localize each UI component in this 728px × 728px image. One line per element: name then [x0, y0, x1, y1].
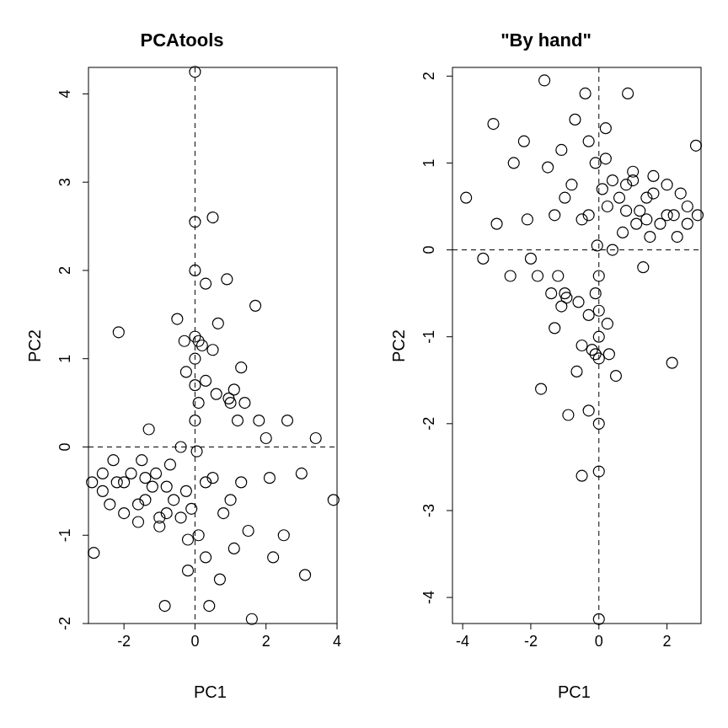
svg-point-80	[211, 388, 222, 399]
svg-point-188	[571, 366, 582, 377]
svg-point-99	[264, 473, 275, 484]
right-panel: "By hand" PC2 PC1 -4-202-4-3-2-1012	[364, 0, 728, 728]
svg-point-96	[250, 300, 261, 311]
svg-point-213	[461, 192, 472, 203]
svg-point-162	[602, 318, 613, 329]
svg-point-133	[690, 140, 701, 151]
svg-point-148	[638, 262, 649, 273]
svg-point-138	[668, 210, 679, 221]
svg-text:-1: -1	[420, 330, 437, 344]
right-title: "By hand"	[364, 29, 728, 51]
svg-point-160	[607, 175, 618, 186]
svg-point-139	[666, 357, 677, 368]
svg-point-94	[243, 526, 254, 537]
svg-text:0: 0	[595, 633, 603, 650]
svg-point-141	[661, 179, 672, 190]
svg-point-134	[682, 201, 693, 212]
svg-rect-0	[88, 67, 337, 624]
svg-point-54	[179, 335, 190, 346]
svg-point-95	[246, 613, 257, 624]
svg-point-202	[539, 75, 550, 86]
svg-point-155	[621, 206, 632, 217]
svg-text:0: 0	[190, 633, 199, 650]
svg-point-29	[104, 499, 115, 510]
svg-point-49	[164, 459, 175, 470]
svg-point-55	[180, 367, 191, 377]
svg-text:-2: -2	[420, 417, 437, 431]
svg-point-86	[225, 398, 236, 409]
svg-point-191	[563, 410, 574, 420]
svg-point-174	[592, 240, 602, 251]
left-title: PCAtools	[0, 29, 364, 51]
svg-point-157	[614, 192, 625, 203]
left-plot: -2024-2-101234	[0, 0, 364, 728]
svg-point-77	[207, 212, 218, 223]
svg-text:0: 0	[56, 442, 73, 451]
svg-point-210	[491, 218, 502, 229]
svg-point-89	[228, 543, 239, 554]
svg-text:-4: -4	[420, 591, 437, 604]
svg-point-59	[186, 503, 197, 514]
svg-point-204	[533, 270, 543, 281]
svg-point-76	[204, 601, 215, 612]
left-panel: PCAtools PC2 PC1 -2024-2-101234	[0, 0, 364, 728]
svg-point-205	[525, 253, 536, 264]
svg-point-196	[556, 144, 567, 155]
svg-point-149	[634, 206, 645, 217]
svg-point-152	[628, 166, 639, 177]
left-ylabel: PC2	[25, 329, 45, 362]
svg-point-137	[672, 232, 682, 243]
svg-point-67	[191, 446, 202, 457]
svg-point-135	[682, 218, 693, 229]
svg-point-166	[597, 184, 608, 195]
svg-point-195	[556, 301, 567, 312]
svg-point-82	[214, 574, 225, 585]
svg-point-177	[590, 158, 601, 169]
svg-point-51	[172, 313, 183, 324]
svg-point-153	[623, 88, 634, 99]
svg-text:2: 2	[262, 633, 270, 650]
svg-text:-1: -1	[56, 528, 73, 542]
svg-point-72	[201, 278, 211, 289]
svg-point-185	[576, 340, 587, 351]
svg-point-35	[126, 468, 136, 479]
svg-text:1: 1	[56, 355, 73, 363]
svg-point-183	[580, 88, 591, 99]
svg-point-144	[648, 170, 659, 181]
svg-point-50	[169, 495, 179, 506]
svg-point-198	[549, 323, 560, 334]
svg-point-97	[254, 415, 265, 426]
svg-point-206	[522, 214, 533, 225]
svg-text:-2: -2	[524, 633, 538, 650]
svg-point-176	[590, 288, 601, 299]
svg-point-208	[508, 158, 519, 169]
svg-point-32	[113, 327, 124, 338]
svg-point-190	[566, 179, 577, 190]
svg-point-43	[151, 468, 162, 479]
svg-point-53	[175, 512, 186, 523]
svg-point-93	[239, 398, 250, 409]
svg-point-28	[97, 468, 108, 479]
svg-point-161	[603, 349, 614, 360]
svg-point-180	[583, 309, 594, 320]
right-xlabel: PC1	[558, 682, 591, 702]
svg-point-150	[631, 218, 642, 229]
svg-point-105	[310, 433, 321, 444]
svg-text:1: 1	[420, 158, 437, 167]
svg-point-92	[236, 477, 247, 488]
svg-point-211	[488, 119, 499, 130]
svg-point-163	[602, 201, 613, 212]
svg-point-88	[228, 384, 239, 395]
svg-point-165	[600, 123, 611, 134]
svg-point-101	[278, 530, 289, 541]
svg-point-83	[218, 508, 229, 519]
right-ylabel: PC2	[389, 329, 409, 362]
svg-point-203	[536, 383, 547, 394]
svg-point-84	[222, 274, 233, 285]
svg-point-200	[546, 288, 557, 299]
svg-point-75	[201, 552, 211, 563]
svg-point-104	[300, 570, 311, 581]
svg-point-197	[553, 270, 564, 281]
svg-point-81	[212, 318, 223, 329]
svg-point-90	[233, 415, 244, 426]
